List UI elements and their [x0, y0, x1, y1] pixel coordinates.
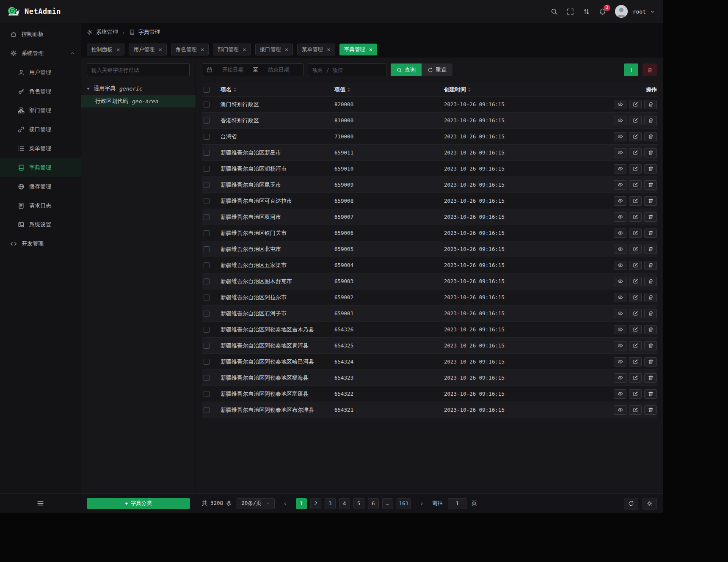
edit-button[interactable]: [629, 196, 642, 206]
delete-button[interactable]: [644, 196, 657, 206]
edit-button[interactable]: [629, 132, 642, 141]
view-button[interactable]: [614, 164, 626, 174]
sidebar-item[interactable]: 系统设置: [0, 215, 81, 234]
delete-button[interactable]: [644, 293, 657, 302]
prev-page-button[interactable]: ‹: [280, 498, 291, 509]
delete-button[interactable]: [644, 180, 657, 190]
page-button[interactable]: 3: [325, 498, 336, 509]
username[interactable]: root: [633, 8, 646, 15]
goto-page-input[interactable]: [448, 498, 466, 509]
edit-button[interactable]: [629, 325, 642, 334]
sidebar-item[interactable]: 控制面板: [0, 25, 81, 44]
row-checkbox[interactable]: [204, 359, 210, 365]
row-checkbox[interactable]: [204, 343, 210, 349]
bell-icon[interactable]: 3: [599, 8, 606, 15]
avatar[interactable]: [615, 5, 628, 18]
close-icon[interactable]: ×: [369, 47, 372, 52]
reset-button[interactable]: 重置: [422, 63, 452, 76]
tab-item[interactable]: 角色管理×: [171, 44, 209, 55]
edit-button[interactable]: [629, 100, 642, 109]
row-checkbox[interactable]: [204, 166, 210, 172]
edit-button[interactable]: [629, 212, 642, 222]
fullscreen-icon[interactable]: [567, 8, 574, 15]
column-header-name[interactable]: 项名: [221, 86, 334, 94]
row-checkbox[interactable]: [204, 118, 210, 124]
breadcrumb-item[interactable]: 系统管理: [96, 28, 118, 36]
view-button[interactable]: [614, 373, 626, 383]
sidebar-item[interactable]: 菜单管理: [0, 139, 81, 158]
page-button[interactable]: 2: [310, 498, 321, 509]
keyword-input[interactable]: [308, 63, 386, 76]
view-button[interactable]: [614, 245, 626, 254]
next-page-button[interactable]: ›: [416, 498, 427, 509]
switch-icon[interactable]: [583, 8, 590, 15]
brand[interactable]: NetAdmin: [6, 4, 61, 19]
tab-item[interactable]: 字典管理×: [339, 44, 377, 55]
close-icon[interactable]: ×: [201, 47, 204, 52]
delete-button[interactable]: [644, 405, 657, 415]
tab-item[interactable]: 用户管理×: [129, 44, 166, 55]
query-button[interactable]: 查询: [391, 63, 422, 76]
sidebar-item[interactable]: 字典管理: [0, 158, 81, 177]
view-button[interactable]: [614, 389, 626, 399]
edit-button[interactable]: [629, 180, 642, 190]
row-checkbox[interactable]: [204, 295, 210, 300]
view-button[interactable]: [614, 261, 626, 270]
view-button[interactable]: [614, 132, 626, 141]
collapse-sidebar-icon[interactable]: [37, 500, 44, 507]
close-icon[interactable]: ×: [116, 47, 120, 52]
view-button[interactable]: [614, 341, 626, 350]
row-checkbox[interactable]: [204, 134, 210, 140]
settings-button[interactable]: [643, 498, 657, 510]
row-checkbox[interactable]: [204, 407, 210, 413]
delete-button[interactable]: [644, 245, 657, 254]
sidebar-item[interactable]: 接口管理: [0, 120, 81, 139]
view-button[interactable]: [614, 229, 626, 238]
page-button[interactable]: 161: [397, 498, 411, 509]
edit-button[interactable]: [629, 261, 642, 270]
row-checkbox[interactable]: [204, 182, 210, 188]
row-checkbox[interactable]: [204, 375, 210, 381]
search-icon[interactable]: [551, 8, 558, 15]
view-button[interactable]: [614, 357, 626, 366]
page-button[interactable]: 1: [296, 498, 307, 509]
delete-button[interactable]: [644, 325, 657, 334]
delete-button[interactable]: [644, 261, 657, 270]
delete-button[interactable]: [644, 389, 657, 399]
sidebar-item[interactable]: 用户管理: [0, 63, 81, 82]
view-button[interactable]: [614, 100, 626, 109]
delete-button[interactable]: [644, 357, 657, 366]
delete-button[interactable]: [644, 132, 657, 141]
add-item-button[interactable]: [624, 63, 638, 76]
close-icon[interactable]: ×: [327, 47, 330, 52]
row-checkbox[interactable]: [204, 150, 210, 156]
more-pages-button[interactable]: …: [382, 498, 393, 509]
delete-button[interactable]: [644, 164, 657, 174]
tab-item[interactable]: 部门管理×: [213, 44, 251, 55]
tab-item[interactable]: 接口管理×: [255, 44, 293, 55]
delete-button[interactable]: [644, 229, 657, 238]
view-button[interactable]: [614, 405, 626, 415]
chevron-down-icon[interactable]: [650, 9, 655, 14]
edit-button[interactable]: [629, 357, 642, 366]
view-button[interactable]: [614, 309, 626, 318]
page-button[interactable]: 5: [353, 498, 364, 509]
column-header-value[interactable]: 项值: [334, 86, 444, 94]
edit-button[interactable]: [629, 148, 642, 157]
edit-button[interactable]: [629, 164, 642, 174]
sidebar-item[interactable]: 角色管理: [0, 82, 81, 101]
column-header-created[interactable]: 创建时间: [444, 86, 606, 94]
row-checkbox[interactable]: [204, 246, 210, 252]
caret-down-icon[interactable]: [86, 86, 91, 91]
page-size-select[interactable]: 20条/页: [237, 498, 275, 509]
refresh-button[interactable]: [624, 498, 638, 510]
delete-button[interactable]: [644, 373, 657, 383]
row-checkbox[interactable]: [204, 230, 210, 236]
close-icon[interactable]: ×: [243, 47, 246, 52]
row-checkbox[interactable]: [204, 391, 210, 397]
sidebar-item[interactable]: 开发管理: [0, 234, 81, 253]
edit-button[interactable]: [629, 341, 642, 350]
edit-button[interactable]: [629, 293, 642, 302]
view-button[interactable]: [614, 180, 626, 190]
view-button[interactable]: [614, 212, 626, 222]
